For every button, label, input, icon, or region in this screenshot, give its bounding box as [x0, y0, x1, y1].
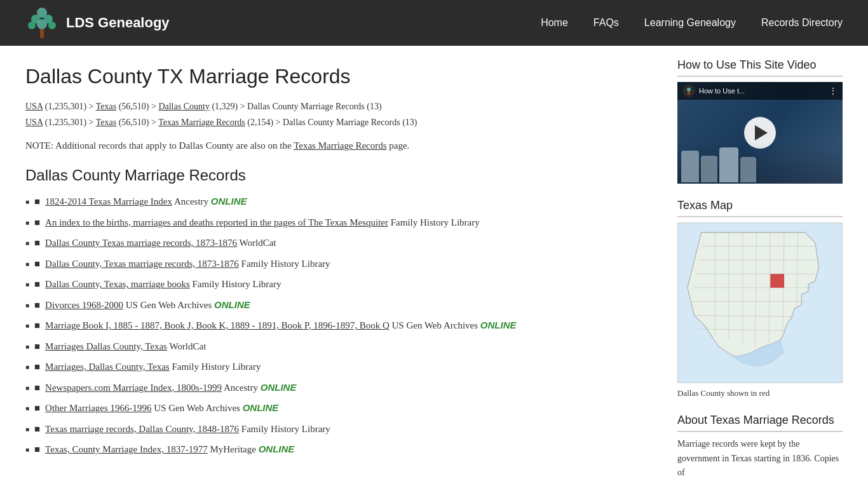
- list-item: ■ Dallas County, Texas, marriage books F…: [25, 277, 652, 292]
- list-bullet: ■: [34, 381, 40, 395]
- list-item-content: Marriages Dallas County, Texas WorldCat: [45, 339, 206, 354]
- svg-rect-25: [770, 274, 784, 288]
- video-thumbnail[interactable]: How to Use t... ⋮: [677, 82, 843, 184]
- breadcrumb-texas-1[interactable]: Texas: [96, 102, 116, 111]
- list-item: ■ Dallas County Texas marriage records, …: [25, 236, 652, 250]
- list-item: ■ Marriages Dallas County, Texas WorldCa…: [25, 339, 652, 354]
- list-item: ■ Texas marriage records, Dallas County,…: [25, 422, 652, 437]
- video-menu-icon[interactable]: ⋮: [829, 86, 837, 97]
- record-link-3[interactable]: Dallas County Texas marriage records, 18…: [45, 238, 237, 248]
- list-item-content: An index to the births, marriages and de…: [45, 215, 480, 230]
- video-top-bar: How to Use t... ⋮: [677, 82, 843, 100]
- list-bullet: ■: [34, 318, 40, 333]
- logo-area[interactable]: LDS Genealogy: [25, 6, 170, 39]
- list-bullet: ■: [34, 360, 40, 374]
- list-bullet: ■: [34, 257, 40, 271]
- map-caption: Dallas County shown in red: [677, 388, 843, 398]
- breadcrumbs: USA (1,235,301) > Texas (56,510) > Dalla…: [25, 98, 652, 130]
- record-link-9[interactable]: Marriages, Dallas County, Texas: [45, 362, 170, 372]
- list-item: ■ Newspapers.com Marriage Index, 1800s-1…: [25, 381, 652, 395]
- about-text: Marriage records were kept by the govern…: [677, 437, 843, 480]
- person-silhouette: [719, 147, 738, 182]
- list-bullet: ■: [34, 236, 40, 250]
- texas-map[interactable]: [677, 222, 843, 383]
- record-link-10[interactable]: Newspapers.com Marriage Index, 1800s-199…: [45, 383, 222, 393]
- list-item-content: Marriage Book I, 1885 - 1887, Book J, Bo…: [45, 318, 516, 333]
- list-item-content: Divorces 1968-2000 US Gen Web Archives O…: [45, 298, 250, 313]
- video-top-label: How to Use t...: [699, 87, 745, 95]
- list-item: ■ Dallas County, Texas marriage records,…: [25, 257, 652, 271]
- list-item: ■ Divorces 1968-2000 US Gen Web Archives…: [25, 298, 652, 313]
- list-item: ■ An index to the births, marriages and …: [25, 215, 652, 230]
- svg-point-7: [687, 88, 691, 92]
- video-section-title: How to Use This Site Video: [677, 58, 843, 77]
- list-item-content: Dallas County Texas marriage records, 18…: [45, 236, 276, 250]
- online-badge: ONLINE: [261, 382, 297, 393]
- breadcrumb-texas-2[interactable]: Texas: [96, 118, 116, 127]
- record-link-5[interactable]: Dallas County, Texas, marriage books: [45, 279, 190, 289]
- nav-faqs[interactable]: FAQs: [593, 17, 619, 29]
- map-section: Texas Map: [677, 199, 843, 398]
- breadcrumb-texas-marriage-records[interactable]: Texas Marriage Records: [158, 118, 245, 127]
- list-item-content: Marriages, Dallas County, Texas Family H…: [45, 360, 261, 374]
- list-item: ■ Other Marriages 1966-1996 US Gen Web A…: [25, 401, 652, 416]
- logo-text: LDS Genealogy: [66, 15, 170, 31]
- list-item-content: Newspapers.com Marriage Index, 1800s-199…: [45, 381, 296, 395]
- list-bullet: ■: [34, 194, 40, 209]
- svg-rect-8: [688, 92, 690, 95]
- list-item-content: Dallas County, Texas marriage records, 1…: [45, 257, 330, 271]
- svg-rect-6: [40, 29, 44, 38]
- page-container: Dallas County TX Marriage Records USA (1…: [0, 46, 868, 488]
- svg-point-3: [28, 22, 36, 29]
- breadcrumb-usa-1[interactable]: USA: [25, 102, 43, 111]
- breadcrumb-line-2: USA (1,235,301) > Texas (56,510) > Texas…: [25, 114, 652, 130]
- breadcrumb-line-1: USA (1,235,301) > Texas (56,510) > Dalla…: [25, 98, 652, 114]
- breadcrumb-dallas-county[interactable]: Dallas County: [158, 102, 210, 111]
- nav-learning-genealogy[interactable]: Learning Genealogy: [644, 17, 736, 29]
- list-bullet: ■: [34, 401, 40, 416]
- breadcrumb-usa-2[interactable]: USA: [25, 118, 43, 127]
- list-bullet: ■: [34, 422, 40, 437]
- texas-map-svg: [681, 226, 839, 377]
- list-bullet: ■: [34, 277, 40, 292]
- nav-records-directory[interactable]: Records Directory: [761, 17, 843, 29]
- note-texas-marriage-link[interactable]: Texas Marriage Records: [294, 140, 386, 151]
- record-link-7[interactable]: Marriage Book I, 1885 - 1887, Book J, Bo…: [45, 320, 390, 330]
- record-link-8[interactable]: Marriages Dallas County, Texas: [45, 341, 167, 351]
- online-badge: ONLINE: [259, 444, 295, 454]
- online-badge: ONLINE: [211, 196, 247, 207]
- svg-point-5: [48, 22, 56, 29]
- list-bullet: ■: [34, 442, 40, 457]
- record-link-1[interactable]: 1824-2014 Texas Marriage Index: [45, 196, 172, 207]
- main-content: Dallas County TX Marriage Records USA (1…: [25, 58, 652, 488]
- record-link-4[interactable]: Dallas County, Texas marriage records, 1…: [45, 259, 239, 269]
- about-section: About Texas Marriage Records Marriage re…: [677, 414, 843, 480]
- sidebar: How to Use This Site Video How to Use t.…: [677, 58, 843, 488]
- site-header: LDS Genealogy Home FAQs Learning Genealo…: [0, 0, 868, 46]
- record-link-2[interactable]: An index to the births, marriages and de…: [45, 217, 388, 227]
- record-link-6[interactable]: Divorces 1968-2000: [45, 300, 123, 310]
- page-title: Dallas County TX Marriage Records: [25, 65, 652, 88]
- section-title: Dallas County Marriage Records: [25, 166, 652, 184]
- record-link-13[interactable]: Texas, County Marriage Index, 1837-1977: [45, 444, 208, 454]
- list-bullet: ■: [34, 298, 40, 313]
- online-badge: ONLINE: [214, 299, 250, 310]
- list-item-content: 1824-2014 Texas Marriage Index Ancestry …: [45, 194, 247, 209]
- record-link-11[interactable]: Other Marriages 1966-1996: [45, 403, 151, 413]
- record-link-12[interactable]: Texas marriage records, Dallas County, 1…: [45, 424, 239, 434]
- list-item: ■ Marriages, Dallas County, Texas Family…: [25, 360, 652, 374]
- online-badge: ONLINE: [480, 320, 517, 330]
- svg-point-4: [37, 19, 47, 29]
- about-section-title: About Texas Marriage Records: [677, 414, 843, 432]
- nav-home[interactable]: Home: [541, 17, 568, 29]
- note-text: NOTE: Additional records that apply to D…: [25, 140, 652, 151]
- records-list: ■ 1824-2014 Texas Marriage Index Ancestr…: [25, 194, 652, 457]
- video-logo-icon: [682, 85, 695, 97]
- list-item: ■ Texas, County Marriage Index, 1837-197…: [25, 442, 652, 457]
- play-icon: [755, 125, 768, 140]
- map-section-title: Texas Map: [677, 199, 843, 217]
- list-item: ■ 1824-2014 Texas Marriage Index Ancestr…: [25, 194, 652, 209]
- list-bullet: ■: [34, 339, 40, 354]
- person-silhouette: [701, 156, 717, 182]
- list-item-content: Texas, County Marriage Index, 1837-1977 …: [45, 442, 294, 457]
